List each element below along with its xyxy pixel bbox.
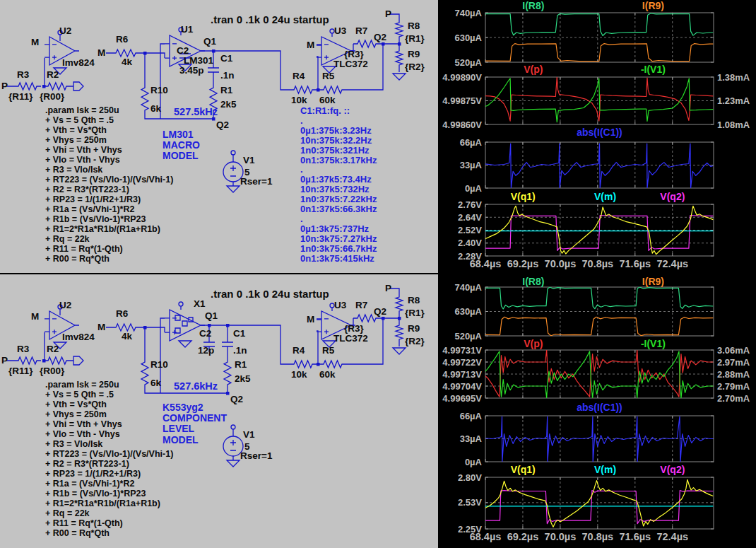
- trace-label-V(m)[interactable]: V(m): [594, 464, 616, 475]
- resistor-r10-ref[interactable]: R10: [150, 359, 168, 370]
- resistor-r9-value[interactable]: {R2}: [405, 336, 425, 346]
- net-label-q2[interactable]: Q2: [374, 306, 386, 317]
- trace-label-I(R9)[interactable]: I(R9): [642, 276, 664, 287]
- resistor-r2-symbol[interactable]: [44, 357, 71, 364]
- resistor-r5-ref[interactable]: R5: [322, 71, 335, 81]
- net-label-q2[interactable]: Q2: [216, 119, 229, 130]
- opamp-u2-ref[interactable]: U2: [59, 300, 71, 310]
- trace-label--I(V1)[interactable]: -I(V1): [641, 338, 666, 349]
- trace-label-I(R8)[interactable]: I(R8): [522, 0, 544, 11]
- opamp-u1-model[interactable]: LM301: [184, 55, 214, 66]
- net-label-q2[interactable]: Q2: [230, 394, 243, 404]
- trace-label-V(q2)[interactable]: V(q2): [660, 191, 685, 202]
- net-label-q1[interactable]: Q1: [205, 310, 218, 321]
- resistor-r3-ref[interactable]: R3: [17, 69, 30, 80]
- trace-label-abs(I(C1))[interactable]: abs(I(C1)): [577, 127, 622, 138]
- capacitor-c2-ref[interactable]: C2: [177, 45, 189, 56]
- resistor-r5-ref[interactable]: R5: [322, 345, 335, 356]
- voltage-source-v1-rser[interactable]: Rser=1: [240, 176, 273, 187]
- opamp-u2-ref[interactable]: U2: [59, 25, 71, 36]
- trace-label-V(q1)[interactable]: V(q1): [511, 191, 536, 202]
- capacitor-c1-value[interactable]: .1n: [220, 70, 235, 81]
- resistor-r8-ref[interactable]: R8: [408, 21, 420, 31]
- net-label-m[interactable]: M: [307, 314, 314, 325]
- resistor-r9-ref[interactable]: R9: [408, 49, 420, 59]
- voltage-source-v1-ref[interactable]: V1: [243, 155, 255, 165]
- trace-label-V(p)[interactable]: V(p): [524, 338, 543, 349]
- trace-label-V(q1)[interactable]: V(q1): [511, 464, 536, 475]
- comparator-u3-model[interactable]: TLC372: [333, 333, 368, 344]
- net-label-p[interactable]: P: [1, 81, 8, 91]
- resistor-r7-value[interactable]: {R3}: [344, 49, 365, 59]
- trace-label-V(m)[interactable]: V(m): [594, 191, 616, 202]
- resistor-r4-symbol[interactable]: [290, 86, 317, 93]
- resistor-r1-ref[interactable]: R1: [235, 359, 247, 370]
- trace-label-V(q2)[interactable]: V(q2): [660, 464, 685, 475]
- model-note[interactable]: LM301 MACRO MODEL: [163, 129, 200, 162]
- capacitor-c1-symbol[interactable]: [208, 68, 219, 72]
- resistor-r6-symbol[interactable]: [112, 324, 140, 331]
- resistor-r7-value[interactable]: {R3}: [344, 323, 365, 334]
- voltage-source-v1-ref[interactable]: V1: [243, 429, 255, 440]
- resistor-r6-ref[interactable]: R6: [116, 34, 129, 45]
- net-label-m[interactable]: M: [307, 40, 314, 50]
- resistor-r2-ref[interactable]: R2: [47, 344, 59, 354]
- resistor-r2-symbol[interactable]: [44, 83, 71, 90]
- trace-label-I(R8)[interactable]: I(R8): [522, 276, 544, 287]
- net-label-q1[interactable]: Q1: [203, 36, 217, 47]
- opamp-u2-model[interactable]: lmv824: [62, 332, 95, 342]
- capacitor-c2-value[interactable]: 3.45p: [179, 65, 204, 76]
- comparator-u3-model[interactable]: TLC372: [333, 59, 368, 69]
- resistor-r3-ref[interactable]: R3: [17, 344, 30, 354]
- opamp-u2-model[interactable]: lmv824: [62, 57, 95, 68]
- resistor-r3-symbol[interactable]: [14, 357, 41, 364]
- resistor-r7-ref[interactable]: R7: [355, 300, 367, 310]
- net-label-m[interactable]: M: [98, 322, 105, 332]
- net-label-q2[interactable]: Q2: [374, 32, 386, 42]
- opamp-u1-ref[interactable]: U1: [181, 24, 194, 35]
- resistor-r4-ref[interactable]: R4: [293, 345, 305, 356]
- resistor-r9-ref[interactable]: R9: [408, 323, 420, 334]
- resistor-r1-ref[interactable]: R1: [220, 85, 233, 95]
- trace-label-I(R9)[interactable]: I(R9): [642, 0, 664, 11]
- frequency-table-note[interactable]: C1:R1:fq. :: . 0µ1:375k:3.23Hz 10n:375k:…: [300, 106, 377, 264]
- resistor-r3-value[interactable]: {R11}: [8, 91, 33, 102]
- net-label-p[interactable]: P: [385, 283, 391, 293]
- resistor-r5-symbol[interactable]: [319, 361, 346, 368]
- frequency-annotation[interactable]: 527.6kHz: [174, 380, 218, 392]
- resistor-r5-symbol[interactable]: [319, 86, 346, 93]
- resistor-r5-value[interactable]: 60k: [319, 369, 336, 380]
- resistor-r8-value[interactable]: {R1}: [405, 308, 425, 318]
- capacitor-c2-ref[interactable]: C2: [199, 328, 211, 339]
- resistor-r4-ref[interactable]: R4: [293, 71, 305, 81]
- capacitor-c2-value[interactable]: 12p: [198, 345, 214, 356]
- resistor-r8-symbol[interactable]: [396, 293, 403, 315]
- voltage-source-v1-rser[interactable]: Rser=1: [240, 450, 273, 461]
- resistor-r8-ref[interactable]: R8: [408, 295, 420, 305]
- resistor-r5-value[interactable]: 60k: [319, 95, 336, 105]
- net-label-p[interactable]: P: [385, 8, 391, 19]
- param-directive[interactable]: .param Isk = 250u + Vs = 5 Qth = .5 + Vt…: [45, 380, 173, 538]
- capacitor-c1-ref[interactable]: C1: [220, 53, 233, 64]
- resistor-r2-ref[interactable]: R2: [47, 69, 59, 80]
- subckt-x1-ref[interactable]: X1: [194, 298, 206, 309]
- resistor-r6-value[interactable]: 4k: [122, 57, 133, 67]
- resistor-r3-symbol[interactable]: [14, 83, 41, 90]
- capacitor-c1-symbol[interactable]: [222, 342, 233, 346]
- resistor-r7-ref[interactable]: R7: [355, 25, 367, 36]
- capacitor-c1-ref[interactable]: C1: [233, 328, 246, 339]
- net-label-m[interactable]: M: [31, 37, 39, 47]
- net-label-p[interactable]: P: [1, 355, 8, 366]
- resistor-r10-ref[interactable]: R10: [150, 85, 168, 95]
- net-label-m[interactable]: M: [98, 47, 105, 58]
- resistor-r4-symbol[interactable]: [290, 361, 317, 368]
- net-label-m[interactable]: M: [31, 311, 39, 322]
- trace-label-V(p)[interactable]: V(p): [524, 64, 543, 75]
- resistor-r9-value[interactable]: {R2}: [405, 62, 425, 72]
- tran-directive[interactable]: .tran 0 .1k 0 24u startup: [211, 13, 329, 25]
- resistor-r3-value[interactable]: {R11}: [8, 366, 33, 376]
- resistor-r1-symbol[interactable]: [224, 358, 231, 389]
- resistor-r4-value[interactable]: 10k: [291, 369, 307, 380]
- model-note[interactable]: K553yg2 COMPONENT LEVEL MODEL: [163, 402, 227, 445]
- param-directive[interactable]: .param Isk = 250u + Vs = 5 Qth = .5 + Vt…: [45, 105, 173, 264]
